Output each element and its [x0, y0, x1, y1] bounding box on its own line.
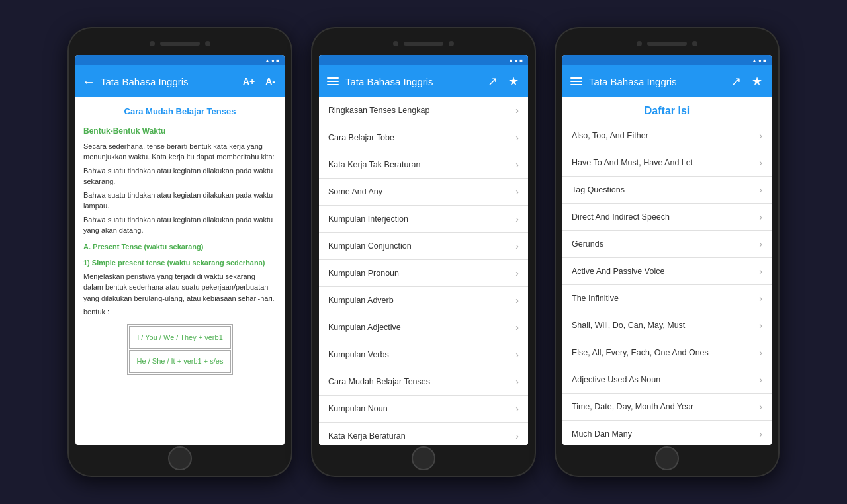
list-item-text: Much Dan Many — [572, 429, 759, 439]
list-item-text: Shall, Will, Do, Can, May, Must — [572, 321, 759, 330]
list-item-text: Kumpulan Noun — [328, 404, 515, 413]
home-button-2[interactable] — [412, 446, 435, 470]
list-item[interactable]: Kumpulan Conjunction › — [319, 233, 528, 260]
list-item-text: Cara Belajar Tobe — [328, 133, 515, 142]
back-button[interactable]: ← — [82, 74, 95, 89]
home-button-1[interactable] — [168, 446, 192, 470]
chevron-right-icon: › — [759, 157, 762, 168]
list-item[interactable]: Kumpulan Pronoun › — [319, 260, 528, 287]
chevron-right-icon: › — [759, 429, 762, 439]
section-heading-3: 1) Simple present tense (waktu sekarang … — [83, 257, 277, 269]
list-item-text: Kumpulan Pronoun — [328, 269, 515, 278]
phone-3: ▲ ● ■ Tata Bahasa Inggris ↗ ★ Daftar Isi… — [555, 27, 780, 477]
list-item[interactable]: Kumpulan Interjection › — [319, 206, 528, 233]
list-item[interactable]: Also, Too, And Either › — [562, 122, 772, 149]
list-item[interactable]: Kata Kerja Tak Beraturan › — [319, 151, 528, 179]
daftar-isi-list: Also, Too, And Either › Have To And Must… — [562, 122, 772, 445]
menu-icon-3[interactable] — [569, 76, 584, 87]
font-size-plus-button[interactable]: A+ — [240, 75, 257, 88]
speaker-2 — [404, 42, 443, 46]
share-icon-3[interactable]: ↗ — [729, 71, 744, 91]
list-item[interactable]: Else, All, Every, Each, One And Ones › — [562, 339, 772, 366]
phone-top-bar-1 — [75, 36, 285, 51]
list-item-text: Some And Any — [328, 187, 515, 196]
list-item[interactable]: Kumpulan Noun › — [319, 396, 528, 423]
status-bar-2: ▲ ● ■ — [319, 55, 528, 65]
home-button-3[interactable] — [655, 446, 679, 470]
menu-line-2 — [327, 81, 339, 82]
list-item-text: Have To And Must, Have And Let — [572, 158, 759, 167]
list-item[interactable]: Cara Mudah Belajar Tenses › — [319, 368, 528, 396]
phone-bottom-bar-1 — [75, 449, 285, 468]
chevron-right-icon: › — [515, 241, 519, 251]
list-item-text: Ringkasan Tenses Lengkap — [328, 106, 515, 115]
menu-line-3 — [327, 84, 339, 85]
chevron-right-icon: › — [515, 132, 519, 143]
section-intro: Secara sederhana, tense berarti bentuk k… — [83, 141, 277, 163]
chevron-right-icon: › — [515, 105, 519, 116]
list-item[interactable]: Cara Belajar Tobe › — [319, 124, 528, 151]
list-item-text: Else, All, Every, Each, One And Ones — [572, 348, 759, 357]
chevron-right-icon: › — [515, 431, 519, 441]
star-icon-2[interactable]: ★ — [506, 71, 521, 91]
status-icons-3: ▲ ● ■ — [752, 58, 766, 63]
para-3: Bahwa suatu tindakan atau kegiatan dilak… — [83, 214, 277, 236]
app-bar-1: ← Tata Bahasa Inggris A+ A- — [75, 65, 285, 97]
phone-top-bar-3 — [562, 36, 772, 51]
status-bar-3: ▲ ● ■ — [562, 55, 772, 65]
app-bar-title-1: Tata Bahasa Inggris — [101, 76, 235, 87]
speaker-1 — [160, 42, 200, 46]
section3-text: Menjelaskan peristiwa yang terjadi di wa… — [83, 271, 277, 304]
phone-top-bar-2 — [319, 36, 528, 51]
chevron-right-icon: › — [759, 320, 762, 331]
list-item[interactable]: Kumpulan Verbs › — [319, 341, 528, 368]
sensor-1 — [205, 41, 210, 46]
list-item-text: Kata Kerja Beraturan — [328, 431, 515, 441]
status-icons-2: ▲ ● ■ — [508, 58, 523, 63]
star-icon-3[interactable]: ★ — [749, 71, 765, 91]
chevron-right-icon: › — [515, 403, 519, 414]
list-item[interactable]: Kumpulan Adjective › — [319, 314, 528, 341]
list-item-text: The Infinitive — [572, 294, 759, 303]
menu-list: Ringkasan Tenses Lengkap › Cara Belajar … — [319, 97, 528, 445]
list-item[interactable]: Kumpulan Adverb › — [319, 287, 528, 314]
menu-line-1 — [570, 77, 582, 79]
phone-2: ▲ ● ■ Tata Bahasa Inggris ↗ ★ Ringkasan … — [311, 27, 536, 477]
list-item-adjective-noun[interactable]: Adjective Used As Noun › — [562, 366, 772, 394]
list-item-some-and-any[interactable]: Some And Any › — [319, 179, 528, 206]
list-item[interactable]: Ringkasan Tenses Lengkap › — [319, 97, 528, 124]
list-item[interactable]: Kata Kerja Beraturan › — [319, 423, 528, 445]
chevron-right-icon: › — [515, 214, 519, 224]
chevron-right-icon: › — [515, 295, 519, 306]
chevron-right-icon: › — [515, 349, 519, 360]
list-item-text: Kata Kerja Tak Beraturan — [328, 160, 515, 169]
list-item-infinitive[interactable]: The Infinitive › — [562, 285, 772, 312]
menu-icon-2[interactable] — [326, 76, 340, 87]
chevron-right-icon: › — [759, 374, 762, 385]
menu-line-1 — [327, 77, 339, 79]
list-item-text: Also, Too, And Either — [572, 131, 759, 140]
phone-screen-2: ▲ ● ■ Tata Bahasa Inggris ↗ ★ Ringkasan … — [319, 55, 528, 445]
share-icon-2[interactable]: ↗ — [485, 71, 500, 91]
status-bar-1: ▲ ● ■ — [75, 55, 285, 65]
list-item-active-passive[interactable]: Active And Passive Voice › — [562, 258, 772, 285]
list-item[interactable]: Tag Questions › — [562, 177, 772, 204]
phone-screen-3: ▲ ● ■ Tata Bahasa Inggris ↗ ★ Daftar Isi… — [562, 55, 772, 445]
list-item-text: Active And Passive Voice — [572, 267, 759, 276]
phone-bottom-bar-2 — [319, 449, 528, 468]
chevron-right-icon: › — [759, 212, 762, 222]
list-item[interactable]: Much Dan Many › — [562, 421, 772, 445]
verb-row-1: I / You / We / They + verb1 — [129, 326, 231, 349]
list-item-direct-indirect[interactable]: Direct And Indirect Speech › — [562, 204, 772, 231]
list-item[interactable]: Have To And Must, Have And Let › — [562, 149, 772, 177]
font-size-minus-button[interactable]: A- — [263, 75, 278, 88]
list-item-text: Cara Mudah Belajar Tenses — [328, 377, 515, 386]
front-camera-1 — [150, 41, 155, 46]
app-bar-3: Tata Bahasa Inggris ↗ ★ — [562, 65, 772, 97]
list-item-text: Kumpulan Adverb — [328, 296, 515, 305]
list-item[interactable]: Gerunds › — [562, 231, 772, 258]
chevron-right-icon: › — [759, 185, 762, 195]
list-item[interactable]: Time, Date, Day, Month And Year › — [562, 394, 772, 421]
chevron-right-icon: › — [759, 130, 762, 141]
list-item[interactable]: Shall, Will, Do, Can, May, Must › — [562, 312, 772, 339]
